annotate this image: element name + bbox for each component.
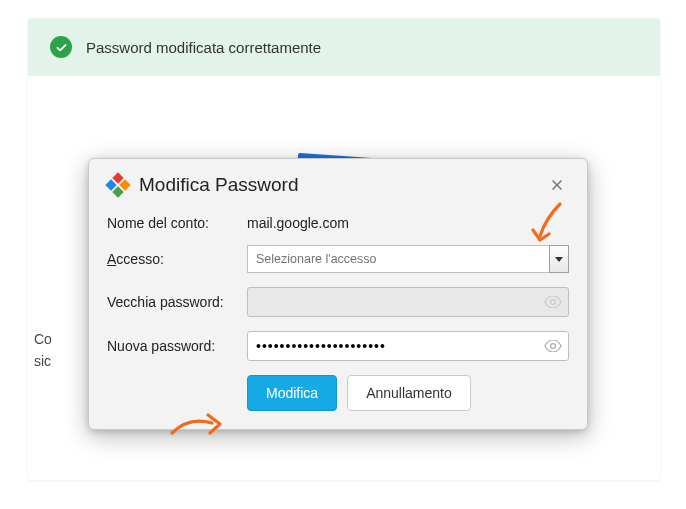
svg-point-0 xyxy=(551,300,556,305)
new-password-label: Nuova password: xyxy=(107,338,247,354)
cut-line-1: Co xyxy=(34,328,52,350)
app-logo-icon xyxy=(107,174,129,196)
row-old-password: Vecchia password: xyxy=(107,287,569,317)
access-label: Accesso: xyxy=(107,251,247,267)
check-circle-icon xyxy=(50,36,72,58)
close-button[interactable] xyxy=(545,173,569,197)
eye-icon[interactable] xyxy=(544,340,562,352)
eye-icon xyxy=(544,296,562,308)
access-input[interactable] xyxy=(247,245,549,273)
access-combobox[interactable] xyxy=(247,245,569,273)
success-banner: Password modificata correttamente xyxy=(28,18,660,76)
success-message: Password modificata correttamente xyxy=(86,39,321,56)
dialog-title: Modifica Password xyxy=(139,174,535,196)
modify-password-dialog: Modifica Password Nome del conto: mail.g… xyxy=(88,158,588,430)
account-label: Nome del conto: xyxy=(107,215,247,231)
account-value: mail.google.com xyxy=(247,215,349,231)
cut-line-2: sic xyxy=(34,350,52,372)
new-password-input[interactable] xyxy=(247,331,569,361)
row-access: Accesso: xyxy=(107,245,569,273)
dialog-header: Modifica Password xyxy=(107,173,569,197)
truncated-text: Co sic xyxy=(28,328,52,373)
old-password-input xyxy=(247,287,569,317)
row-account: Nome del conto: mail.google.com xyxy=(107,215,569,231)
svg-point-1 xyxy=(551,344,556,349)
combo-dropdown-button[interactable] xyxy=(549,245,569,273)
old-password-label: Vecchia password: xyxy=(107,294,247,310)
submit-button[interactable]: Modifica xyxy=(247,375,337,411)
dialog-footer: Modifica Annullamento xyxy=(107,375,569,411)
row-new-password: Nuova password: xyxy=(107,331,569,361)
cancel-button[interactable]: Annullamento xyxy=(347,375,471,411)
